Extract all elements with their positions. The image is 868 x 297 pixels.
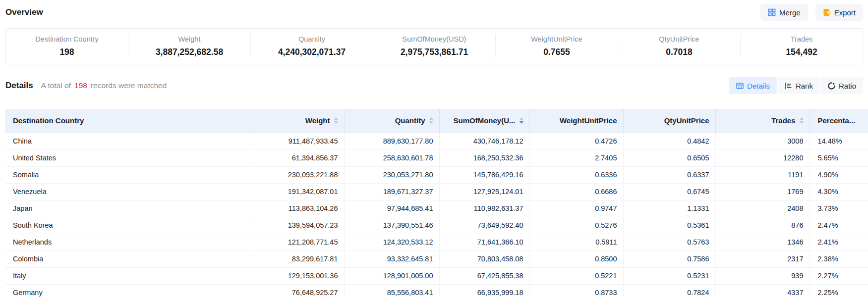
table-cell: 0.8500 — [529, 250, 623, 267]
match-summary-prefix: A total of — [41, 81, 71, 90]
toggle-label: Rank — [796, 82, 813, 90]
table-cell: 430,746,178.12 — [439, 133, 529, 149]
cell-destination-country: Japan — [5, 200, 252, 217]
table-cell: 191,342,087.01 — [252, 183, 344, 200]
details-table: Destination CountryWeightQuantitySumOfMo… — [5, 109, 868, 297]
table-cell: 128,901,005.00 — [344, 267, 439, 284]
table-cell: 230,093,221.88 — [252, 166, 344, 183]
table-row: Colombia83,299,617.8193,332,645.8170,803… — [5, 250, 868, 267]
details-title: Details — [5, 81, 33, 91]
table-cell: 889,630,177.80 — [344, 133, 439, 149]
stat-label: WeightUnitPrice — [496, 35, 618, 44]
export-button[interactable]: Export — [815, 4, 863, 21]
table-cell: 0.8733 — [529, 284, 623, 297]
table-cell: 83,299,617.81 — [252, 250, 344, 267]
view-toggle-details[interactable]: Details — [729, 77, 777, 94]
stat-label: Weight — [128, 35, 250, 44]
cell-destination-country: Somalia — [5, 166, 252, 183]
stat-label: Destination Country — [6, 35, 128, 44]
cell-destination-country: Netherlands — [5, 234, 252, 250]
stat-label: Quantity — [251, 35, 373, 44]
column-header-weightunitprice: WeightUnitPrice — [529, 109, 623, 133]
table-cell: 127,925,124.01 — [439, 183, 529, 200]
table-cell: 258,630,601.78 — [344, 149, 439, 166]
table-cell: 876 — [715, 217, 810, 234]
sort-icon — [800, 117, 804, 124]
table-cell: 5.65% — [810, 149, 868, 166]
pie-chart-icon — [828, 82, 835, 90]
table-cell: 2.7405 — [529, 149, 623, 166]
merge-button[interactable]: Merge — [760, 4, 808, 21]
table-cell: 71,641,366.10 — [439, 234, 529, 250]
table-cell: 4337 — [715, 284, 810, 297]
table-cell: 0.6337 — [623, 166, 715, 183]
table-row: China911,487,933.45889,630,177.80430,746… — [5, 133, 868, 149]
cell-destination-country: United States — [5, 149, 252, 166]
table-cell: 0.5231 — [623, 267, 715, 284]
merge-grid-icon — [768, 8, 776, 16]
stat-cell-destination-country: Destination Country198 — [6, 34, 128, 57]
stat-cell-sumofmoney-usd: SumOfMoney(USD)2,975,753,861.71 — [373, 34, 495, 57]
top-actions: Merge Export — [760, 4, 863, 21]
export-file-icon — [823, 8, 831, 16]
table-cell: 911,487,933.45 — [252, 133, 344, 149]
column-header-qtyunitprice: QtyUnitPrice — [623, 109, 715, 133]
table-cell: 67,425,855.38 — [439, 267, 529, 284]
column-label: Destination Country — [13, 116, 84, 125]
table-cell: 1.1331 — [623, 200, 715, 217]
stat-value: 2,975,753,861.71 — [373, 47, 495, 57]
match-count: 198 — [74, 81, 87, 90]
cell-destination-country: Colombia — [5, 250, 252, 267]
cell-destination-country: China — [5, 133, 252, 149]
view-toggle-ratio[interactable]: Ratio — [821, 77, 863, 94]
column-header-quantity[interactable]: Quantity — [344, 109, 439, 133]
table-cell: 2.41% — [810, 234, 868, 250]
table-cell: 1769 — [715, 183, 810, 200]
match-summary-suffix: records were matched — [91, 81, 167, 90]
view-toggle-rank[interactable]: Rank — [778, 77, 820, 94]
table-cell: 66,935,999.18 — [439, 284, 529, 297]
table-cell: 12280 — [715, 149, 810, 166]
table-cell: 110,982,631.37 — [439, 200, 529, 217]
details-table-wrap: Destination CountryWeightQuantitySumOfMo… — [5, 109, 868, 297]
table-cell: 61,394,856.37 — [252, 149, 344, 166]
details-bar: Details A total of 198 records were matc… — [5, 77, 863, 94]
table-row: Japan113,863,104.2697,944,685.41110,982,… — [5, 200, 868, 217]
table-cell: 230,053,271.80 — [344, 166, 439, 183]
table-cell: 139,594,057.23 — [252, 217, 344, 234]
column-header-percenta: Percenta... — [810, 109, 868, 133]
table-cell: 76,648,925.27 — [252, 284, 344, 297]
table-cell: 0.5911 — [529, 234, 623, 250]
sort-icon — [429, 117, 433, 124]
table-cell: 2.27% — [810, 267, 868, 284]
table-cell: 2408 — [715, 200, 810, 217]
table-cell: 2.38% — [810, 250, 868, 267]
stat-cell-qtyunitprice: QtyUnitPrice0.7018 — [618, 34, 740, 57]
column-header-trades[interactable]: Trades — [715, 109, 810, 133]
stat-cell-trades: Trades154,492 — [740, 34, 863, 57]
table-cell: 1191 — [715, 166, 810, 183]
table-cell: 0.4726 — [529, 133, 623, 149]
table-cell: 137,390,551.46 — [344, 217, 439, 234]
column-label: Percenta... — [818, 116, 856, 125]
table-cell: 2.47% — [810, 217, 868, 234]
table-cell: 0.6336 — [529, 166, 623, 183]
column-label: Quantity — [395, 116, 425, 125]
stat-label: Trades — [741, 35, 863, 44]
table-cell: 4.30% — [810, 183, 868, 200]
table-cell: 145,786,429.16 — [439, 166, 529, 183]
table-cell: 129,153,001.36 — [252, 267, 344, 284]
bar-chart-icon — [785, 82, 792, 90]
table-cell: 0.7824 — [623, 284, 715, 297]
cell-destination-country: Venezuela — [5, 183, 252, 200]
table-cell: 113,863,104.26 — [252, 200, 344, 217]
column-header-weight[interactable]: Weight — [252, 109, 344, 133]
table-cell: 0.5763 — [623, 234, 715, 250]
stat-label: QtyUnitPrice — [618, 35, 740, 44]
table-row: Italy129,153,001.36128,901,005.0067,425,… — [5, 267, 868, 284]
column-header-sumofmoney-u[interactable]: SumOfMoney(U... — [439, 109, 529, 133]
table-cell: 0.4842 — [623, 133, 715, 149]
table-cell: 124,320,533.12 — [344, 234, 439, 250]
table-cell: 2.25% — [810, 284, 868, 297]
table-cell: 0.5221 — [529, 267, 623, 284]
